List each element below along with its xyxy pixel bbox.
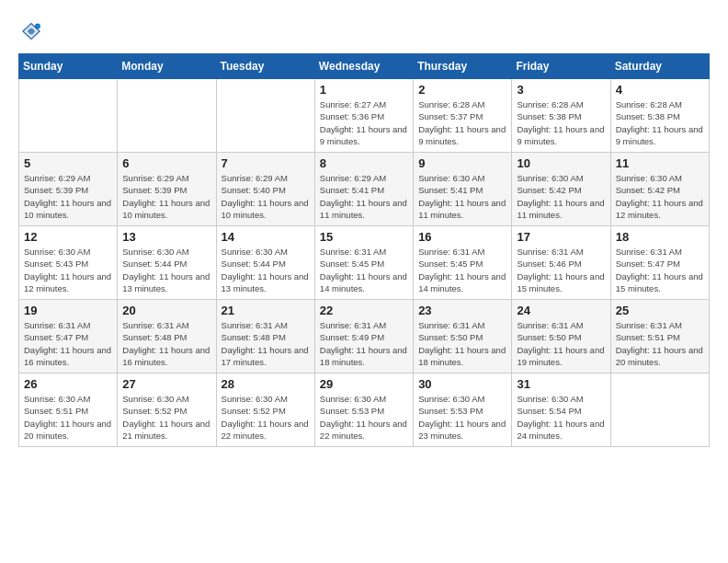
day-number: 30 <box>418 377 506 391</box>
day-number: 21 <box>222 304 310 317</box>
day-info: Sunrise: 6:30 AMSunset: 5:52 PMDaylight:… <box>122 393 210 442</box>
day-info: Sunrise: 6:30 AMSunset: 5:54 PMDaylight:… <box>517 393 605 442</box>
weekday-header-monday: Monday <box>118 54 216 79</box>
day-number: 29 <box>320 377 408 391</box>
day-info: Sunrise: 6:30 AMSunset: 5:52 PMDaylight:… <box>222 393 310 442</box>
calendar-cell <box>610 373 709 447</box>
day-number: 19 <box>24 304 112 317</box>
calendar-cell <box>118 79 216 153</box>
day-number: 26 <box>24 377 112 391</box>
calendar-cell: 8Sunrise: 6:29 AMSunset: 5:41 PMDaylight… <box>314 153 413 226</box>
day-info: Sunrise: 6:29 AMSunset: 5:41 PMDaylight:… <box>320 172 408 221</box>
calendar-cell: 17Sunrise: 6:31 AMSunset: 5:46 PMDayligh… <box>512 226 610 300</box>
day-info: Sunrise: 6:30 AMSunset: 5:44 PMDaylight:… <box>122 246 210 294</box>
day-info: Sunrise: 6:31 AMSunset: 5:47 PMDaylight:… <box>24 319 112 368</box>
week-row-4: 19Sunrise: 6:31 AMSunset: 5:47 PMDayligh… <box>19 300 710 373</box>
day-number: 6 <box>122 156 210 170</box>
week-row-2: 5Sunrise: 6:29 AMSunset: 5:39 PMDaylight… <box>19 153 710 226</box>
calendar-cell: 10Sunrise: 6:30 AMSunset: 5:42 PMDayligh… <box>512 153 610 226</box>
week-row-5: 26Sunrise: 6:30 AMSunset: 5:51 PMDayligh… <box>19 373 710 447</box>
day-number: 17 <box>517 230 605 244</box>
calendar-table: SundayMondayTuesdayWednesdayThursdayFrid… <box>18 53 710 447</box>
day-number: 9 <box>418 156 506 170</box>
day-number: 22 <box>320 304 408 317</box>
day-number: 10 <box>517 156 605 170</box>
calendar-cell: 16Sunrise: 6:31 AMSunset: 5:45 PMDayligh… <box>414 226 512 300</box>
calendar-cell: 27Sunrise: 6:30 AMSunset: 5:52 PMDayligh… <box>118 373 216 447</box>
day-number: 13 <box>122 230 210 244</box>
calendar-cell: 6Sunrise: 6:29 AMSunset: 5:39 PMDaylight… <box>118 153 216 226</box>
weekday-header-tuesday: Tuesday <box>216 54 314 79</box>
calendar-cell: 15Sunrise: 6:31 AMSunset: 5:45 PMDayligh… <box>314 226 413 300</box>
day-number: 24 <box>517 304 605 317</box>
logo <box>18 18 48 44</box>
calendar-cell: 20Sunrise: 6:31 AMSunset: 5:48 PMDayligh… <box>118 300 216 373</box>
logo-icon <box>18 18 44 44</box>
day-number: 20 <box>122 304 210 317</box>
week-row-3: 12Sunrise: 6:30 AMSunset: 5:43 PMDayligh… <box>19 226 710 300</box>
day-number: 27 <box>122 377 210 391</box>
weekday-header-row: SundayMondayTuesdayWednesdayThursdayFrid… <box>19 54 710 79</box>
day-number: 31 <box>517 377 605 391</box>
day-number: 11 <box>616 156 704 170</box>
calendar-cell: 4Sunrise: 6:28 AMSunset: 5:38 PMDaylight… <box>610 79 709 153</box>
day-info: Sunrise: 6:31 AMSunset: 5:50 PMDaylight:… <box>418 319 506 368</box>
weekday-header-friday: Friday <box>512 54 610 79</box>
weekday-header-thursday: Thursday <box>414 54 512 79</box>
calendar-cell: 24Sunrise: 6:31 AMSunset: 5:50 PMDayligh… <box>512 300 610 373</box>
day-info: Sunrise: 6:30 AMSunset: 5:43 PMDaylight:… <box>24 246 112 294</box>
day-number: 16 <box>418 230 506 244</box>
day-number: 1 <box>320 83 408 97</box>
week-row-1: 1Sunrise: 6:27 AMSunset: 5:36 PMDaylight… <box>19 79 710 153</box>
page-header <box>18 18 710 44</box>
calendar-cell <box>216 79 314 153</box>
day-info: Sunrise: 6:28 AMSunset: 5:37 PMDaylight:… <box>418 98 506 147</box>
calendar-cell: 2Sunrise: 6:28 AMSunset: 5:37 PMDaylight… <box>414 79 512 153</box>
weekday-header-sunday: Sunday <box>19 54 118 79</box>
day-number: 28 <box>222 377 310 391</box>
day-number: 2 <box>418 83 506 97</box>
day-info: Sunrise: 6:31 AMSunset: 5:50 PMDaylight:… <box>517 319 605 368</box>
day-info: Sunrise: 6:31 AMSunset: 5:46 PMDaylight:… <box>517 246 605 294</box>
day-number: 25 <box>616 304 704 317</box>
day-info: Sunrise: 6:30 AMSunset: 5:53 PMDaylight:… <box>320 393 408 442</box>
day-info: Sunrise: 6:30 AMSunset: 5:44 PMDaylight:… <box>222 246 310 294</box>
day-info: Sunrise: 6:29 AMSunset: 5:39 PMDaylight:… <box>122 172 210 221</box>
day-info: Sunrise: 6:31 AMSunset: 5:49 PMDaylight:… <box>320 319 408 368</box>
day-info: Sunrise: 6:31 AMSunset: 5:48 PMDaylight:… <box>122 319 210 368</box>
day-number: 14 <box>222 230 310 244</box>
day-info: Sunrise: 6:30 AMSunset: 5:42 PMDaylight:… <box>616 172 704 221</box>
calendar-cell: 23Sunrise: 6:31 AMSunset: 5:50 PMDayligh… <box>414 300 512 373</box>
calendar-cell: 28Sunrise: 6:30 AMSunset: 5:52 PMDayligh… <box>216 373 314 447</box>
calendar-cell: 29Sunrise: 6:30 AMSunset: 5:53 PMDayligh… <box>314 373 413 447</box>
day-number: 3 <box>517 83 605 97</box>
calendar-cell: 9Sunrise: 6:30 AMSunset: 5:41 PMDaylight… <box>414 153 512 226</box>
day-info: Sunrise: 6:29 AMSunset: 5:40 PMDaylight:… <box>222 172 310 221</box>
calendar-cell: 14Sunrise: 6:30 AMSunset: 5:44 PMDayligh… <box>216 226 314 300</box>
day-info: Sunrise: 6:27 AMSunset: 5:36 PMDaylight:… <box>320 98 408 147</box>
day-number: 4 <box>616 83 704 97</box>
day-info: Sunrise: 6:31 AMSunset: 5:48 PMDaylight:… <box>222 319 310 368</box>
calendar-cell <box>19 79 118 153</box>
day-number: 8 <box>320 156 408 170</box>
day-number: 7 <box>222 156 310 170</box>
calendar-cell: 31Sunrise: 6:30 AMSunset: 5:54 PMDayligh… <box>512 373 610 447</box>
day-info: Sunrise: 6:31 AMSunset: 5:45 PMDaylight:… <box>320 246 408 294</box>
calendar-cell: 25Sunrise: 6:31 AMSunset: 5:51 PMDayligh… <box>610 300 709 373</box>
day-info: Sunrise: 6:30 AMSunset: 5:42 PMDaylight:… <box>517 172 605 221</box>
day-info: Sunrise: 6:31 AMSunset: 5:47 PMDaylight:… <box>616 246 704 294</box>
day-info: Sunrise: 6:31 AMSunset: 5:45 PMDaylight:… <box>418 246 506 294</box>
day-number: 23 <box>418 304 506 317</box>
day-number: 5 <box>24 156 112 170</box>
calendar-cell: 12Sunrise: 6:30 AMSunset: 5:43 PMDayligh… <box>19 226 118 300</box>
calendar-cell: 3Sunrise: 6:28 AMSunset: 5:38 PMDaylight… <box>512 79 610 153</box>
calendar-cell: 22Sunrise: 6:31 AMSunset: 5:49 PMDayligh… <box>314 300 413 373</box>
calendar-cell: 19Sunrise: 6:31 AMSunset: 5:47 PMDayligh… <box>19 300 118 373</box>
calendar-cell: 1Sunrise: 6:27 AMSunset: 5:36 PMDaylight… <box>314 79 413 153</box>
day-info: Sunrise: 6:30 AMSunset: 5:53 PMDaylight:… <box>418 393 506 442</box>
day-info: Sunrise: 6:30 AMSunset: 5:41 PMDaylight:… <box>418 172 506 221</box>
weekday-header-saturday: Saturday <box>610 54 709 79</box>
day-info: Sunrise: 6:31 AMSunset: 5:51 PMDaylight:… <box>616 319 704 368</box>
calendar-cell: 30Sunrise: 6:30 AMSunset: 5:53 PMDayligh… <box>414 373 512 447</box>
day-number: 15 <box>320 230 408 244</box>
